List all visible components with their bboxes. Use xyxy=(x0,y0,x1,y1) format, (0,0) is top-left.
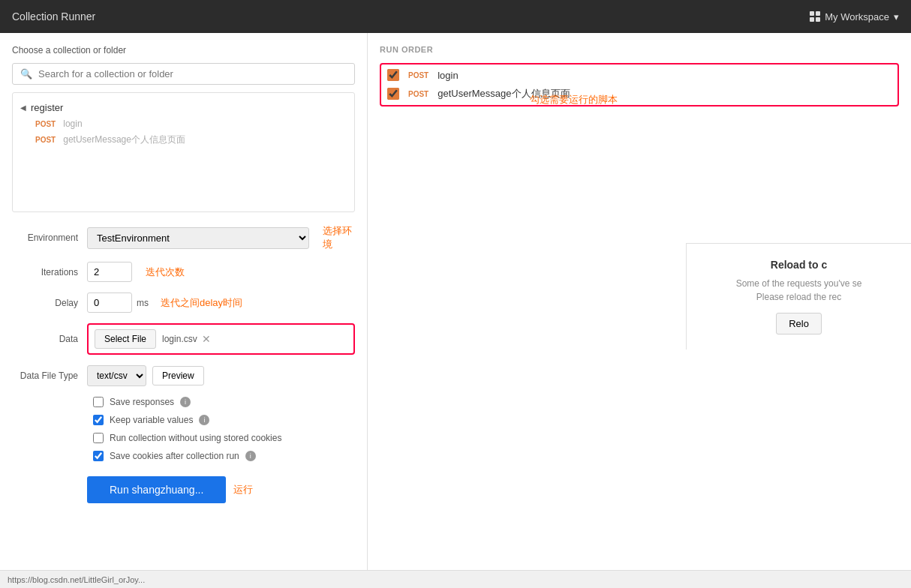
right-panel: RUN ORDER POST login POST getUserMessage… xyxy=(368,33,911,588)
save-cookies-info-icon[interactable]: i xyxy=(245,451,256,461)
delay-unit: ms xyxy=(137,298,149,308)
grid-icon xyxy=(810,11,820,22)
run-without-cookies-label: Run collection without using stored cook… xyxy=(110,433,281,443)
run-item: POST getUserMessage个人信息页面 xyxy=(387,87,891,100)
file-type-controls: text/csv Preview xyxy=(87,365,355,386)
file-type-select[interactable]: text/csv xyxy=(87,365,146,386)
list-item[interactable]: POST login xyxy=(19,116,348,131)
workspace-selector[interactable]: My Workspace ▾ xyxy=(810,11,899,22)
delay-row: Delay ms 迭代之间delay时间 xyxy=(12,292,355,313)
run-item-checkbox-getuser[interactable] xyxy=(387,88,399,100)
search-input[interactable] xyxy=(38,68,347,80)
collection-folder[interactable]: ◀ register xyxy=(19,99,348,116)
save-cookies-checkbox[interactable] xyxy=(93,451,104,461)
reload-title: Reload to c xyxy=(699,259,899,271)
item-name: getUserMessage个人信息页面 xyxy=(63,134,185,146)
preview-button[interactable]: Preview xyxy=(152,366,204,386)
environment-select[interactable]: TestEnvironment xyxy=(87,227,309,249)
data-file-type-row: Data File Type text/csv Preview xyxy=(12,365,355,386)
run-button-area: Run shangzhuang... 运行 xyxy=(12,476,355,503)
run-annotation: 运行 xyxy=(233,483,253,496)
data-file-type-label: Data File Type xyxy=(12,370,87,381)
save-responses-checkbox[interactable] xyxy=(93,397,104,407)
collection-tree: ◀ register POST login POST getUserMessag… xyxy=(12,92,355,212)
environment-row: Environment TestEnvironment 选择环境 xyxy=(12,224,355,251)
file-name: login.csv xyxy=(162,334,197,344)
chevron-down-icon: ▾ xyxy=(894,11,899,22)
save-cookies-label: Save cookies after collection run xyxy=(110,451,239,461)
save-responses-row: Save responses i xyxy=(12,397,355,407)
delay-label: Delay xyxy=(12,298,87,308)
checkboxes-annotation: 勾选需要运行的脚本 xyxy=(530,93,618,106)
search-icon: 🔍 xyxy=(20,68,32,80)
data-label: Data xyxy=(12,334,87,344)
iterations-label: Iterations xyxy=(12,267,87,278)
keep-variable-info-icon[interactable]: i xyxy=(199,415,209,425)
statusbar: https://blog.csdn.net/LittleGirl_orJoy..… xyxy=(0,570,911,588)
run-item-name: login xyxy=(437,70,458,81)
item-name: login xyxy=(63,118,82,129)
save-cookies-row: Save cookies after collection run i xyxy=(12,451,355,461)
iterations-row: Iterations 迭代次数 xyxy=(12,262,355,282)
run-without-cookies-checkbox[interactable] xyxy=(93,433,104,443)
run-item-checkbox-login[interactable] xyxy=(387,69,399,81)
environment-label: Environment xyxy=(12,232,87,243)
topbar: Collection Runner My Workspace ▾ xyxy=(0,0,911,33)
folder-arrow: ◀ xyxy=(20,104,26,112)
data-file-section: Select File login.csv ✕ xyxy=(87,323,355,355)
iterations-input[interactable] xyxy=(87,262,132,282)
remove-file-icon[interactable]: ✕ xyxy=(202,333,211,345)
keep-variable-checkbox[interactable] xyxy=(93,415,104,425)
status-url: https://blog.csdn.net/LittleGirl_orJoy..… xyxy=(8,575,145,584)
run-item: POST login xyxy=(387,69,891,81)
run-order-highlight: POST login POST getUserMessage个人信息页面 xyxy=(380,63,899,106)
iterations-annotation: 迭代次数 xyxy=(146,266,185,279)
data-row: Data Select File login.csv ✕ xyxy=(12,323,355,355)
method-badge-post: POST xyxy=(32,119,59,129)
workspace-label: My Workspace xyxy=(825,11,889,22)
keep-variable-label: Keep variable values xyxy=(110,415,193,425)
method-badge-post: POST xyxy=(405,70,431,80)
app-title: Collection Runner xyxy=(12,10,95,22)
select-file-button[interactable]: Select File xyxy=(95,329,156,349)
save-responses-info-icon[interactable]: i xyxy=(180,397,191,407)
method-badge-post: POST xyxy=(405,89,431,99)
save-responses-label: Save responses xyxy=(110,397,174,407)
environment-annotation: 选择环境 xyxy=(323,224,355,251)
search-box: 🔍 xyxy=(12,63,355,85)
keep-variable-row: Keep variable values i xyxy=(12,415,355,425)
run-order-list: POST login POST getUserMessage个人信息页面 勾选需… xyxy=(380,63,899,106)
run-order-label: RUN ORDER xyxy=(380,45,899,54)
delay-input[interactable] xyxy=(87,292,132,313)
reload-text: Some of the requests you've sePlease rel… xyxy=(699,277,899,304)
folder-name: register xyxy=(31,102,63,113)
left-panel: Choose a collection or folder 🔍 ◀ regist… xyxy=(0,33,368,588)
choose-label: Choose a collection or folder xyxy=(12,45,355,56)
run-button[interactable]: Run shangzhuang... xyxy=(87,476,226,503)
main-layout: Choose a collection or folder 🔍 ◀ regist… xyxy=(0,33,911,588)
reload-overlay: Reload to c Some of the requests you've … xyxy=(686,243,911,350)
list-item[interactable]: POST getUserMessage个人信息页面 xyxy=(19,131,348,148)
run-without-cookies-row: Run collection without using stored cook… xyxy=(12,433,355,443)
reload-button[interactable]: Relo xyxy=(776,313,822,334)
delay-annotation: 迭代之间delay时间 xyxy=(161,296,242,310)
method-badge-post: POST xyxy=(32,135,59,145)
